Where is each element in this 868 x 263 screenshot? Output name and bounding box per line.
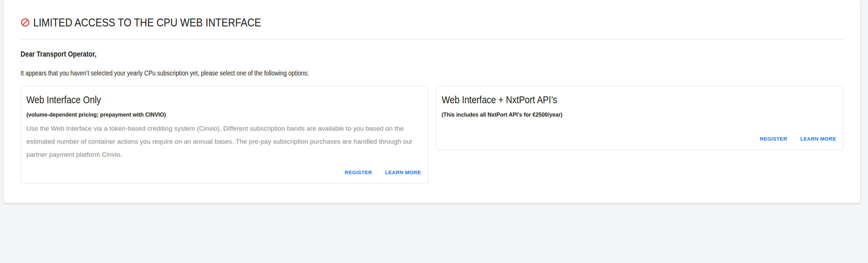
page-title: LIMITED ACCESS TO THE CPU WEB INTERFACE xyxy=(33,14,301,30)
plan-title: Web Interface + NxtPort API’s xyxy=(442,93,838,106)
limited-access-panel: LIMITED ACCESS TO THE CPU WEB INTERFACE … xyxy=(3,0,860,203)
notice-header: LIMITED ACCESS TO THE CPU WEB INTERFACE xyxy=(21,14,843,30)
intro-text: It appears that you haven’t selected you… xyxy=(21,69,843,77)
plan-card-web-interface-only: Web Interface Only (volume-dependent pri… xyxy=(21,86,428,184)
plan-title: Web Interface Only xyxy=(26,93,423,106)
plan-subtitle: (This includes all NxtPort API’s for €25… xyxy=(442,111,838,119)
plan-subtitle: (volume-dependent pricing; prepayment wi… xyxy=(26,111,423,119)
learn-more-button[interactable]: LEARN MORE xyxy=(799,134,838,144)
plan-actions: REGISTER LEARN MORE xyxy=(26,162,423,183)
register-button[interactable]: REGISTER xyxy=(343,167,374,177)
blocked-icon xyxy=(21,18,30,27)
salutation-text: Dear Transport Operator, xyxy=(21,50,843,59)
header-divider xyxy=(21,39,843,40)
plan-actions: REGISTER LEARN MORE xyxy=(442,128,838,150)
plan-description: Use the Web Interface via a token-based … xyxy=(26,122,423,161)
register-button[interactable]: REGISTER xyxy=(758,134,788,144)
learn-more-button[interactable]: LEARN MORE xyxy=(384,167,423,177)
plan-card-web-interface-plus-api: Web Interface + NxtPort API’s (This incl… xyxy=(436,86,844,150)
subscription-options: Web Interface Only (volume-dependent pri… xyxy=(21,86,843,184)
